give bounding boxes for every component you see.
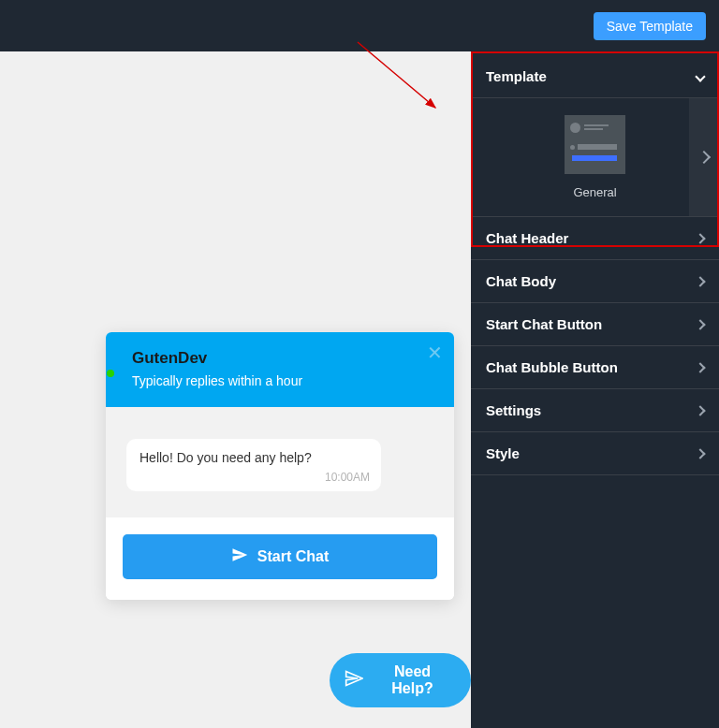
section-label: Chat Header	[486, 230, 568, 246]
section-label: Start Chat Button	[486, 316, 602, 332]
close-icon[interactable]: ✕	[427, 343, 443, 362]
status-online-icon	[107, 370, 114, 377]
settings-sidebar: Template General	[471, 51, 719, 728]
section-settings[interactable]: Settings	[471, 389, 719, 432]
chevron-right-icon	[695, 362, 705, 372]
chat-bubble-button[interactable]: Need Help?	[330, 653, 471, 707]
main: GutenDev Typically replies within a hour…	[0, 51, 719, 728]
template-carousel: General	[471, 98, 719, 217]
chevron-right-icon	[697, 151, 711, 164]
section-template[interactable]: Template	[471, 51, 719, 98]
paper-plane-icon	[231, 546, 248, 567]
section-label: Settings	[486, 402, 541, 418]
section-start-chat-button[interactable]: Start Chat Button	[471, 303, 719, 346]
carousel-next-button[interactable]	[689, 98, 719, 216]
chat-subtitle: Typically replies within a hour	[132, 373, 433, 388]
chat-title: GutenDev	[132, 349, 433, 368]
chevron-right-icon	[695, 319, 705, 329]
section-chat-body[interactable]: Chat Body	[471, 260, 719, 303]
chat-bubble-label: Need Help?	[373, 663, 452, 697]
chevron-right-icon	[695, 276, 705, 286]
save-template-button[interactable]: Save Template	[594, 12, 706, 40]
chevron-right-icon	[695, 233, 705, 243]
chevron-down-icon	[695, 71, 705, 81]
section-label: Chat Bubble Button	[486, 359, 618, 375]
svg-line-1	[358, 42, 435, 108]
section-label: Style	[486, 445, 520, 461]
section-label: Chat Body	[486, 273, 556, 289]
top-bar: Save Template	[0, 0, 719, 51]
chevron-right-icon	[695, 448, 705, 459]
chat-body: Hello! Do you need any help? 10:00AM	[106, 407, 454, 517]
chat-footer: Start Chat	[106, 517, 454, 600]
template-card-general[interactable]: General	[471, 115, 719, 199]
preview-area: GutenDev Typically replies within a hour…	[0, 51, 471, 728]
chevron-right-icon	[695, 405, 705, 415]
template-card-label: General	[486, 185, 704, 199]
start-chat-button[interactable]: Start Chat	[123, 534, 437, 579]
start-chat-label: Start Chat	[257, 548, 329, 565]
section-template-label: Template	[486, 68, 547, 84]
section-chat-bubble-button[interactable]: Chat Bubble Button	[471, 346, 719, 389]
section-chat-header[interactable]: Chat Header	[471, 217, 719, 260]
chat-message-bubble: Hello! Do you need any help? 10:00AM	[126, 439, 381, 491]
chat-header: GutenDev Typically replies within a hour…	[106, 332, 454, 407]
chat-widget: GutenDev Typically replies within a hour…	[106, 332, 454, 600]
paper-plane-outline-icon	[345, 669, 363, 692]
chat-message-text: Hello! Do you need any help?	[139, 450, 312, 465]
section-style[interactable]: Style	[471, 432, 719, 475]
template-thumbnail	[565, 115, 625, 174]
chat-message-time: 10:00AM	[325, 471, 370, 484]
